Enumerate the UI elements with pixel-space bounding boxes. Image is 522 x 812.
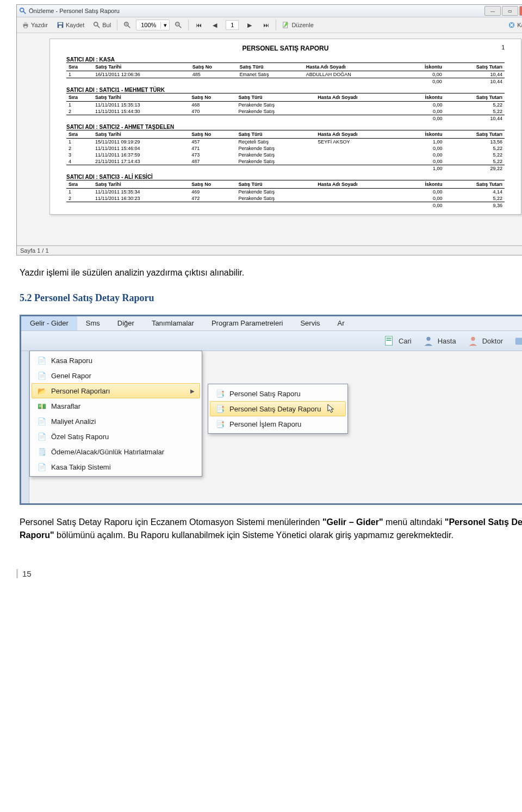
sub-personel-satis[interactable]: 📑Personel Satış Raporu xyxy=(210,386,346,401)
report-icon: 📑 xyxy=(215,404,225,414)
zoom-in-icon xyxy=(123,21,131,29)
dd-maliyet[interactable]: 📄Maliyet Analizi xyxy=(32,414,200,429)
svg-point-8 xyxy=(94,22,98,26)
table-row: 115/11/2011 09:19:29457Reçeteli SatışSEY… xyxy=(66,139,505,146)
next-page-button[interactable]: ▶ xyxy=(242,20,257,30)
close-preview-label: Kapat xyxy=(517,22,522,28)
dd-odeme[interactable]: 🗒️Ödeme/Alacak/Günlük Hatırlatmalar xyxy=(32,444,200,459)
print-button[interactable]: Yazdır xyxy=(18,20,52,30)
table-row: 111/11/2011 15:35:34469Perakende Satış0,… xyxy=(66,189,505,196)
report-page: PERSONEL SATIŞ RAPORU 1 SATICI ADI : KAS… xyxy=(49,39,521,215)
status-page-text: Sayfa 1 / 1 xyxy=(20,247,49,254)
ribbon-doktor[interactable]: Doktor xyxy=(467,335,503,347)
find-button[interactable]: Bul xyxy=(89,20,115,30)
preview-window-screenshot: Önizleme - Personel Satış Raporu — ▭ ✕ Y… xyxy=(16,4,522,255)
dd-personel-raporlari[interactable]: 📂Personel Raporları▶ xyxy=(32,383,200,398)
print-label: Yazdır xyxy=(31,22,48,28)
report-icon: 📄 xyxy=(37,416,47,426)
close-preview-button[interactable]: Kapat xyxy=(504,20,522,30)
app-ribbon: Cari Hasta Doktor xyxy=(21,331,522,351)
svg-line-13 xyxy=(128,26,130,28)
section-satici3: SATICI ADI : SATICI3 - ALİ KESİCİ xyxy=(66,174,505,180)
table-row: 116/11/2011 12:06:36485Emanet SatışABDUL… xyxy=(66,71,505,78)
ribbon-hasta[interactable]: Hasta xyxy=(422,335,456,347)
dd-kasa-takip[interactable]: 📄Kasa Takip Sistemi xyxy=(32,459,200,474)
report-icon: 📑 xyxy=(215,389,225,398)
edit-button[interactable]: Düzenle xyxy=(278,20,317,30)
folder-icon xyxy=(514,335,522,347)
zoom-out-button[interactable] xyxy=(171,20,186,30)
last-page-icon: ⏭ xyxy=(262,21,270,29)
table-satici2: SıraSatış TarihiSatış NoSatış TürüHasta … xyxy=(66,130,505,172)
window-titlebar: Önizleme - Personel Satış Raporu — ▭ ✕ xyxy=(17,5,522,17)
menu-tanimlamalar[interactable]: Tanımlamalar xyxy=(143,316,203,330)
svg-rect-4 xyxy=(24,26,27,28)
dd-kasa-raporu[interactable]: 📄Kasa Raporu xyxy=(32,353,200,368)
report-icon: 📑 xyxy=(215,419,225,429)
chevron-down-icon[interactable]: ▾ xyxy=(160,22,169,29)
menu-diger[interactable]: Diğer xyxy=(109,316,143,330)
paragraph-detay: Personel Satış Detay Raporu için Eczanem… xyxy=(20,516,522,542)
svg-point-24 xyxy=(426,337,430,341)
report-icon: 📄 xyxy=(37,371,47,380)
menu-program-param[interactable]: Program Parametreleri xyxy=(203,316,292,330)
next-page-icon: ▶ xyxy=(246,21,253,29)
minimize-button[interactable]: — xyxy=(484,6,501,16)
dropdown-personel-sub: 📑Personel Satış Raporu 📑Personel Satış D… xyxy=(208,384,348,434)
table-row: 211/11/2011 15:46:04471Perakende Satış0,… xyxy=(66,145,505,152)
table-row: 211/11/2011 15:44:30470Perakende Satış0,… xyxy=(66,108,505,115)
last-page-button[interactable]: ⏭ xyxy=(258,20,274,30)
save-icon xyxy=(57,21,64,29)
report-icon: 📄 xyxy=(37,462,47,472)
report-title-row: PERSONEL SATIŞ RAPORU 1 xyxy=(66,45,505,52)
maximize-button[interactable]: ▭ xyxy=(502,6,518,16)
dropdown-gelir-gider: 📄Kasa Raporu 📄Genel Rapor 📂Personel Rapo… xyxy=(29,351,202,477)
page-number-input[interactable]: 1 xyxy=(226,20,239,30)
table-row-sum: 1,0029,22 xyxy=(66,165,505,172)
sub-personel-satis-detay[interactable]: 📑Personel Satış Detay Raporu xyxy=(210,401,346,416)
paragraph-yazdir: Yazdır işlemi ile süzülen analizin yazdı… xyxy=(20,266,522,279)
sub-personel-islem[interactable]: 📑Personel İşlem Raporu xyxy=(210,416,346,432)
table-row-sum: 0,0010,44 xyxy=(66,115,505,122)
report-page-number: 1 xyxy=(501,45,505,51)
zoom-in-button[interactable] xyxy=(120,20,135,30)
report-title: PERSONEL SATIŞ RAPORU xyxy=(243,45,329,52)
zoom-combo[interactable]: 100%▾ xyxy=(136,20,170,30)
menu-servis[interactable]: Servis xyxy=(291,316,328,330)
section-satici2: SATICI ADI : SATICI2 - AHMET TAŞDELEN xyxy=(66,124,505,130)
report-icon: 📄 xyxy=(37,432,47,441)
svg-point-25 xyxy=(471,337,475,341)
save-button[interactable]: Kaydet xyxy=(53,20,88,30)
svg-point-0 xyxy=(20,8,24,12)
preview-toolbar: Yazdır Kaydet Bul 100%▾ ⏮ ◀ 1 ▶ xyxy=(17,17,522,33)
dd-ozel-satis[interactable]: 📄Özel Satış Raporu xyxy=(32,429,200,444)
reminder-icon: 🗒️ xyxy=(37,447,47,457)
ribbon-more[interactable] xyxy=(514,335,522,347)
dd-masraflar[interactable]: 💵Masraflar xyxy=(32,398,200,414)
search-icon xyxy=(93,21,101,29)
table-row: 211/11/2011 16:30:23472Perakende Satış0,… xyxy=(66,195,505,202)
report-icon: 📄 xyxy=(37,355,47,365)
prev-page-button[interactable]: ◀ xyxy=(207,20,222,30)
first-page-icon: ⏮ xyxy=(195,21,202,29)
preview-icon xyxy=(19,7,27,15)
svg-line-16 xyxy=(179,26,181,28)
cursor-icon xyxy=(327,404,335,414)
folder-open-icon: 📂 xyxy=(37,386,47,396)
first-page-button[interactable]: ⏮ xyxy=(191,20,206,30)
section-kasa: SATICI ADI : KASA xyxy=(66,57,505,63)
prev-page-icon: ◀ xyxy=(211,21,219,29)
menu-ar[interactable]: Ar xyxy=(329,316,353,330)
close-icon xyxy=(508,21,515,29)
chevron-right-icon: ▶ xyxy=(190,388,195,394)
preview-canvas: PERSONEL SATIŞ RAPORU 1 SATICI ADI : KAS… xyxy=(17,33,522,246)
menu-screenshot: Gelir - Gider Sms Diğer Tanımlamalar Pro… xyxy=(20,315,522,505)
menu-gelir-gider[interactable]: Gelir - Gider xyxy=(21,316,77,330)
statusbar: Sayfa 1 / 1 xyxy=(17,246,522,255)
menu-sms[interactable]: Sms xyxy=(77,316,109,330)
close-button[interactable]: ✕ xyxy=(519,6,522,16)
svg-rect-3 xyxy=(24,22,27,24)
dd-genel-rapor[interactable]: 📄Genel Rapor xyxy=(32,368,200,383)
ribbon-cari[interactable]: Cari xyxy=(383,335,412,347)
printer-icon xyxy=(22,21,29,29)
